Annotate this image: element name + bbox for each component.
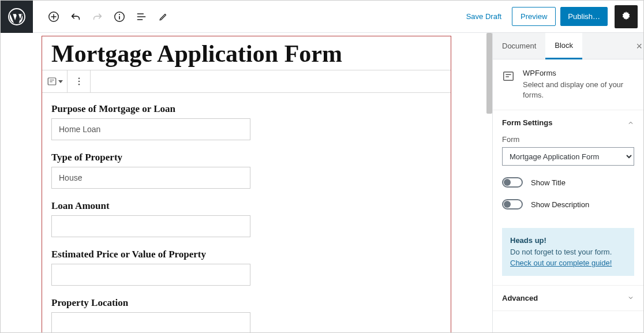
svg-rect-4 bbox=[48, 78, 56, 85]
tools-button[interactable] bbox=[153, 6, 174, 27]
toolbar-right: Save Draft Preview Publish… bbox=[460, 5, 643, 28]
save-draft-button[interactable]: Save Draft bbox=[460, 8, 507, 25]
wordpress-icon bbox=[8, 8, 26, 26]
field-label: Estimated Price or Value of Property bbox=[51, 249, 441, 260]
plus-circle-icon bbox=[47, 10, 60, 23]
info-icon bbox=[113, 10, 126, 23]
chevron-down-icon bbox=[627, 294, 634, 301]
toggle-show-title[interactable] bbox=[502, 177, 523, 188]
notice-link[interactable]: Check out our complete guide! bbox=[510, 259, 612, 267]
field-label: Purpose of Mortgage or Loan bbox=[51, 103, 441, 115]
advanced-header[interactable]: Advanced bbox=[493, 286, 643, 310]
field-input-estimated-price[interactable] bbox=[51, 264, 250, 286]
toggle-show-title-row: Show Title bbox=[502, 177, 634, 188]
editor-canvas: Mortgage Application Form Purpose of Mor… bbox=[1, 33, 492, 332]
toggle-show-description-row: Show Description bbox=[502, 199, 634, 209]
tab-block[interactable]: Block bbox=[545, 33, 582, 59]
outline-button[interactable] bbox=[131, 6, 152, 27]
scrollbar-thumb[interactable] bbox=[486, 33, 492, 114]
field-label: Type of Property bbox=[51, 152, 441, 163]
block-name: WPForms bbox=[523, 69, 634, 77]
field-label: Loan Amount bbox=[51, 200, 441, 212]
advanced-panel: Advanced bbox=[493, 286, 643, 311]
toggle-show-description-label: Show Description bbox=[531, 200, 589, 209]
form-settings-heading: Form Settings bbox=[502, 118, 552, 127]
field-label: Property Location bbox=[51, 297, 441, 309]
add-block-button[interactable] bbox=[43, 6, 64, 27]
form-icon bbox=[502, 70, 515, 100]
undo-button[interactable] bbox=[65, 6, 86, 27]
undo-icon bbox=[69, 10, 82, 23]
page-title: Mortgage Application Form bbox=[42, 36, 451, 70]
form-settings-panel: Form Settings Form Mortgage Application … bbox=[493, 110, 643, 286]
field-input-property-location[interactable] bbox=[51, 312, 250, 332]
redo-icon bbox=[91, 10, 104, 23]
block-toolbar bbox=[42, 70, 451, 93]
settings-sidebar: Document Block × WPForms Select and disp… bbox=[492, 33, 643, 332]
svg-point-5 bbox=[78, 77, 80, 79]
svg-point-6 bbox=[78, 81, 80, 83]
field-estimated-price: Estimated Price or Value of Property bbox=[51, 249, 441, 286]
form-preview: Purpose of Mortgage or Loan Type of Prop… bbox=[42, 93, 451, 332]
form-settings-header[interactable]: Form Settings bbox=[493, 110, 643, 135]
form-icon bbox=[47, 76, 57, 87]
field-input-property-type[interactable] bbox=[51, 167, 250, 189]
editor-toolbar: Save Draft Preview Publish… bbox=[1, 1, 643, 33]
preview-button[interactable]: Preview bbox=[512, 7, 556, 26]
svg-point-7 bbox=[78, 84, 80, 85]
settings-button[interactable] bbox=[615, 5, 638, 28]
field-property-location: Property Location bbox=[51, 297, 441, 332]
chevron-up-icon bbox=[627, 119, 634, 126]
gear-icon bbox=[620, 10, 632, 23]
redo-button[interactable] bbox=[87, 6, 108, 27]
info-button[interactable] bbox=[109, 6, 130, 27]
block-desc: Select and display one of your forms. bbox=[523, 80, 634, 100]
more-vertical-icon bbox=[74, 76, 84, 87]
wordpress-logo[interactable] bbox=[1, 1, 33, 33]
field-input-purpose[interactable] bbox=[51, 118, 250, 140]
heads-up-notice: Heads up! Do not forget to test your for… bbox=[502, 228, 634, 276]
editor-scrollbar[interactable] bbox=[484, 33, 492, 332]
publish-button[interactable]: Publish… bbox=[560, 7, 608, 26]
sidebar-tabs: Document Block × bbox=[493, 33, 643, 59]
svg-point-3 bbox=[119, 14, 120, 15]
notice-heading: Heads up! bbox=[510, 236, 546, 245]
block-description-panel: WPForms Select and display one of your f… bbox=[493, 59, 643, 110]
list-icon bbox=[136, 11, 147, 23]
notice-text: Do not forget to test your form. bbox=[510, 248, 612, 256]
field-purpose: Purpose of Mortgage or Loan bbox=[51, 103, 441, 140]
wpforms-block[interactable]: Mortgage Application Form Purpose of Mor… bbox=[42, 36, 451, 332]
block-type-button[interactable] bbox=[42, 70, 68, 92]
tab-document[interactable]: Document bbox=[493, 33, 545, 59]
form-label: Form bbox=[502, 135, 634, 144]
field-property-type: Type of Property bbox=[51, 152, 441, 189]
toggle-show-title-label: Show Title bbox=[531, 178, 566, 187]
chevron-down-icon bbox=[58, 80, 63, 83]
toolbar-left bbox=[33, 6, 174, 27]
close-icon[interactable]: × bbox=[636, 40, 642, 52]
field-input-loan-amount[interactable] bbox=[51, 215, 250, 237]
advanced-heading: Advanced bbox=[502, 294, 538, 302]
svg-rect-8 bbox=[504, 72, 514, 81]
toggle-show-description[interactable] bbox=[502, 199, 523, 209]
form-select[interactable]: Mortgage Application Form bbox=[502, 147, 634, 166]
pencil-icon bbox=[158, 12, 169, 22]
field-loan-amount: Loan Amount bbox=[51, 200, 441, 237]
block-more-button[interactable] bbox=[68, 70, 91, 92]
